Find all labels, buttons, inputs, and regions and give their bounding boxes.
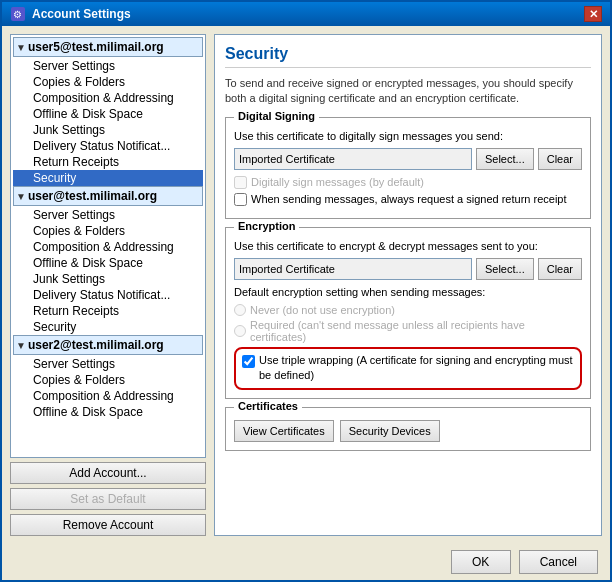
sidebar-item-offline-0[interactable]: Offline & Disk Space xyxy=(13,106,203,122)
sidebar-item-server-settings-1[interactable]: Server Settings xyxy=(13,207,203,223)
sidebar-item-copies-folders-1[interactable]: Copies & Folders xyxy=(13,223,203,239)
ok-button[interactable]: OK xyxy=(451,550,511,574)
digital-signing-select-button[interactable]: Select... xyxy=(476,148,534,170)
encryption-cert-row: Select... Clear xyxy=(234,258,582,280)
digital-signing-content: Use this certificate to digitally sign m… xyxy=(234,130,582,206)
account-name-2: user2@test.milimail.org xyxy=(28,338,164,352)
left-buttons: Add Account... Set as Default Remove Acc… xyxy=(10,462,206,536)
account-item-0[interactable]: ▼ user5@test.milimail.org xyxy=(13,37,203,57)
bottom-bar: OK Cancel xyxy=(2,544,610,580)
certificates-group: Certificates View Certificates Security … xyxy=(225,407,591,451)
sidebar-item-composition-2[interactable]: Composition & Addressing xyxy=(13,388,203,404)
sidebar-item-server-settings-2[interactable]: Server Settings xyxy=(13,356,203,372)
digital-signing-cert-row: Select... Clear xyxy=(234,148,582,170)
request-return-receipt-label: When sending messages, always request a … xyxy=(251,193,567,205)
account-item-1[interactable]: ▼ user@test.milimail.org xyxy=(13,186,203,206)
sidebar-item-composition-0[interactable]: Composition & Addressing xyxy=(13,90,203,106)
encryption-group: Encryption Use this certificate to encry… xyxy=(225,227,591,399)
title-bar-left: ⚙ Account Settings xyxy=(10,6,131,22)
set-default-button[interactable]: Set as Default xyxy=(10,488,206,510)
required-encrypt-row: Required (can't send message unless all … xyxy=(234,319,582,343)
encryption-content: Use this certificate to encrypt & decryp… xyxy=(234,240,582,390)
certificates-title: Certificates xyxy=(234,400,302,412)
sidebar-item-offline-2[interactable]: Offline & Disk Space xyxy=(13,404,203,420)
sidebar-item-security-1[interactable]: Security xyxy=(13,319,203,335)
window-title: Account Settings xyxy=(32,7,131,21)
digitally-sign-default-row: Digitally sign messages (by default) xyxy=(234,176,582,189)
sidebar-item-security-0[interactable]: Security xyxy=(13,170,203,186)
never-encrypt-row: Never (do not use encryption) xyxy=(234,304,582,316)
request-return-receipt-row: When sending messages, always request a … xyxy=(234,193,582,206)
sidebar-item-offline-1[interactable]: Offline & Disk Space xyxy=(13,255,203,271)
expand-icon-2: ▼ xyxy=(16,340,26,351)
svg-text:⚙: ⚙ xyxy=(13,9,22,20)
digitally-sign-default-checkbox[interactable] xyxy=(234,176,247,189)
remove-account-button[interactable]: Remove Account xyxy=(10,514,206,536)
encryption-title: Encryption xyxy=(234,220,299,232)
panel-description: To send and receive signed or encrypted … xyxy=(225,76,591,107)
account-name-0: user5@test.milimail.org xyxy=(28,40,164,54)
sidebar-item-server-settings-0[interactable]: Server Settings xyxy=(13,58,203,74)
sidebar-item-receipts-1[interactable]: Return Receipts xyxy=(13,303,203,319)
certificates-buttons: View Certificates Security Devices xyxy=(234,420,582,442)
required-encrypt-radio[interactable] xyxy=(234,325,246,337)
encryption-clear-button[interactable]: Clear xyxy=(538,258,582,280)
view-certificates-button[interactable]: View Certificates xyxy=(234,420,334,442)
digital-signing-clear-button[interactable]: Clear xyxy=(538,148,582,170)
sidebar-item-junk-0[interactable]: Junk Settings xyxy=(13,122,203,138)
never-encrypt-label: Never (do not use encryption) xyxy=(250,304,395,316)
sidebar-item-receipts-0[interactable]: Return Receipts xyxy=(13,154,203,170)
triple-wrap-box: Use triple wrapping (A certificate for s… xyxy=(234,347,582,390)
expand-icon-1: ▼ xyxy=(16,191,26,202)
account-settings-window: ⚙ Account Settings ✕ ▼ user5@test.milima… xyxy=(0,0,612,582)
request-return-receipt-checkbox[interactable] xyxy=(234,193,247,206)
account-item-2[interactable]: ▼ user2@test.milimail.org xyxy=(13,335,203,355)
default-encryption-label: Default encryption setting when sending … xyxy=(234,286,582,298)
sidebar-item-copies-folders-2[interactable]: Copies & Folders xyxy=(13,372,203,388)
triple-wrap-label: Use triple wrapping (A certificate for s… xyxy=(259,353,574,384)
close-button[interactable]: ✕ xyxy=(584,6,602,22)
sidebar-item-junk-1[interactable]: Junk Settings xyxy=(13,271,203,287)
panel-title: Security xyxy=(225,45,591,68)
content-area: ▼ user5@test.milimail.org Server Setting… xyxy=(2,26,610,544)
sidebar-item-copies-folders-0[interactable]: Copies & Folders xyxy=(13,74,203,90)
expand-icon-0: ▼ xyxy=(16,42,26,53)
encryption-cert-input[interactable] xyxy=(234,258,472,280)
triple-wrap-checkbox[interactable] xyxy=(242,355,255,368)
account-tree[interactable]: ▼ user5@test.milimail.org Server Setting… xyxy=(10,34,206,458)
sidebar-item-delivery-0[interactable]: Delivery Status Notificat... xyxy=(13,138,203,154)
digital-signing-group: Digital Signing Use this certificate to … xyxy=(225,117,591,219)
encryption-label: Use this certificate to encrypt & decryp… xyxy=(234,240,582,252)
required-encrypt-label: Required (can't send message unless all … xyxy=(250,319,582,343)
sidebar-item-delivery-1[interactable]: Delivery Status Notificat... xyxy=(13,287,203,303)
never-encrypt-radio[interactable] xyxy=(234,304,246,316)
title-bar: ⚙ Account Settings ✕ xyxy=(2,2,610,26)
window-icon: ⚙ xyxy=(10,6,26,22)
left-panel: ▼ user5@test.milimail.org Server Setting… xyxy=(10,34,206,536)
digital-signing-cert-input[interactable] xyxy=(234,148,472,170)
sidebar-item-composition-1[interactable]: Composition & Addressing xyxy=(13,239,203,255)
cancel-button[interactable]: Cancel xyxy=(519,550,598,574)
digital-signing-title: Digital Signing xyxy=(234,110,319,122)
digitally-sign-default-label: Digitally sign messages (by default) xyxy=(251,176,424,188)
security-devices-button[interactable]: Security Devices xyxy=(340,420,440,442)
account-name-1: user@test.milimail.org xyxy=(28,189,157,203)
digital-signing-label: Use this certificate to digitally sign m… xyxy=(234,130,582,142)
encryption-select-button[interactable]: Select... xyxy=(476,258,534,280)
right-panel: Security To send and receive signed or e… xyxy=(214,34,602,536)
add-account-button[interactable]: Add Account... xyxy=(10,462,206,484)
